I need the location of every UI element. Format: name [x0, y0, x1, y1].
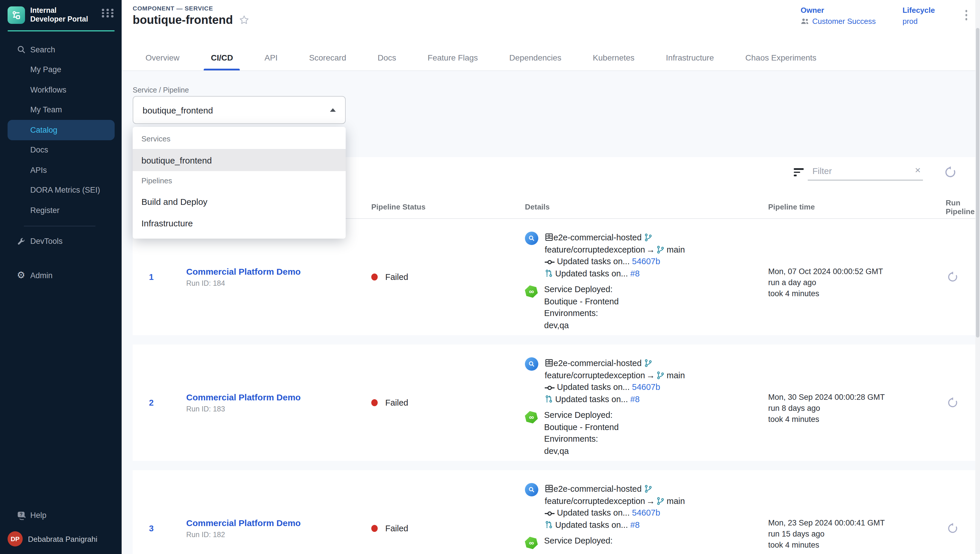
sidebar-item-devtools[interactable]: DevTools: [8, 231, 115, 252]
dropdown-option-pipeline[interactable]: Build and Deploy: [133, 191, 346, 212]
brand: Internal Developer Portal: [0, 0, 122, 29]
table-row: 3 Commercial Platform Demo Run ID: 182 F…: [133, 470, 980, 554]
deploy-line: Boutique - Frontend: [544, 421, 619, 433]
arrow-right-icon: →: [645, 370, 656, 380]
service-pipeline-label: Service / Pipeline: [133, 86, 189, 94]
repo-name[interactable]: e2e-commercial-hosted: [554, 233, 641, 242]
commit-link[interactable]: 54607b: [632, 508, 660, 517]
service-pipeline-select[interactable]: boutique_frontend: [133, 96, 346, 124]
tab-feature-flags[interactable]: Feature Flags: [415, 45, 491, 70]
status-text: Failed: [385, 398, 408, 408]
service-pipeline-dropdown: Services boutique_frontend Pipelines Bui…: [133, 127, 346, 239]
run-id: Run ID: 183: [186, 405, 371, 413]
tab-dependencies[interactable]: Dependencies: [496, 45, 574, 70]
run-pipeline-icon[interactable]: [947, 522, 958, 534]
failed-dot-icon: [371, 525, 378, 532]
sidebar-item-label: My Team: [30, 106, 62, 115]
pr-link[interactable]: #8: [630, 520, 640, 529]
scrollbar-thumb[interactable]: [976, 28, 979, 337]
arrow-right-icon: →: [645, 244, 656, 254]
page-scrollbar[interactable]: [975, 0, 980, 554]
ci-stage-icon: [525, 357, 538, 371]
sidebar-item-search[interactable]: Search: [8, 40, 115, 60]
target-branch[interactable]: main: [667, 370, 685, 380]
failed-dot-icon: [371, 399, 378, 406]
sidebar-item-my-team[interactable]: My Team: [8, 100, 115, 120]
sidebar-item-workflows[interactable]: Workflows: [8, 80, 115, 100]
sidebar-item-help[interactable]: ? Help: [8, 505, 115, 525]
target-branch[interactable]: main: [667, 496, 685, 505]
pipeline-ago: run 8 days ago: [768, 403, 946, 414]
sidebar-item-docs[interactable]: Docs: [8, 140, 115, 160]
sidebar-section-divider: [24, 226, 95, 226]
failed-dot-icon: [371, 274, 378, 280]
dropdown-option-service[interactable]: boutique_frontend: [133, 150, 346, 171]
user-name: Debabrata Panigrahi: [28, 535, 97, 543]
pipeline-date: Mon, 07 Oct 2024 00:00:52 GMT: [768, 266, 946, 277]
filter-input[interactable]: [808, 164, 923, 180]
run-id: Run ID: 182: [186, 531, 371, 539]
tab-kubernetes[interactable]: Kubernetes: [580, 45, 647, 70]
sidebar-item-admin[interactable]: ⚙ Admin: [8, 265, 115, 285]
app-viewport: Internal Developer Portal Search My Page…: [0, 0, 980, 554]
deploy-line: Service Deployed:: [544, 283, 619, 295]
favorite-star-icon[interactable]: [239, 14, 250, 25]
tab-infrastructure[interactable]: Infrastructure: [653, 45, 727, 70]
owner-link[interactable]: Customer Success: [812, 17, 876, 25]
branch-icon: [656, 370, 664, 380]
repo-name[interactable]: e2e-commercial-hosted: [554, 358, 641, 368]
tab-cicd[interactable]: CI/CD: [198, 45, 246, 70]
pull-request-icon: [545, 269, 553, 278]
sidebar: Internal Developer Portal Search My Page…: [0, 0, 122, 554]
commit-link[interactable]: 54607b: [632, 256, 660, 266]
sidebar-item-catalog[interactable]: Catalog: [8, 120, 115, 140]
gear-icon: ⚙: [17, 271, 25, 280]
commit-text: Updated tasks on...: [557, 382, 630, 392]
sidebar-item-label: My Page: [30, 65, 61, 74]
pr-text: Updated tasks on...: [555, 520, 628, 529]
repo-icon: [545, 484, 554, 494]
col-run-pipeline: Run Pipeline: [946, 198, 980, 216]
pr-text: Updated tasks on...: [555, 394, 628, 404]
clear-filter-icon[interactable]: ×: [915, 165, 921, 175]
pipeline-link[interactable]: Commercial Platform Demo: [186, 518, 371, 528]
status-text: Failed: [385, 272, 408, 282]
cd-stage-icon: ∞: [523, 284, 539, 299]
kebab-menu-icon[interactable]: [962, 6, 971, 20]
source-branch[interactable]: feature/corruptedexception: [545, 245, 645, 254]
sidebar-item-label: APIs: [30, 166, 47, 175]
pull-request-icon: [545, 520, 553, 529]
deploy-line: Service Deployed:: [544, 535, 612, 547]
sidebar-item-my-page[interactable]: My Page: [8, 60, 115, 80]
tab-overview[interactable]: Overview: [133, 45, 192, 70]
sidebar-item-apis[interactable]: APIs: [8, 160, 115, 180]
refresh-icon[interactable]: [944, 166, 957, 179]
tab-scorecard[interactable]: Scorecard: [296, 45, 359, 70]
cicd-content: Service / Pipeline boutique_frontend Ser…: [122, 71, 980, 554]
avatar: DP: [8, 531, 23, 546]
commit-link[interactable]: 54607b: [632, 382, 660, 392]
run-pipeline-icon[interactable]: [947, 271, 958, 283]
pr-link[interactable]: #8: [630, 269, 640, 278]
sidebar-item-dora-metrics[interactable]: DORA Metrics (SEI): [8, 180, 115, 200]
repo-name[interactable]: e2e-commercial-hosted: [554, 484, 641, 494]
idp-logo-icon: [11, 10, 22, 21]
source-branch[interactable]: feature/corruptedexception: [545, 370, 645, 380]
user-menu[interactable]: DP Debabrata Panigrahi: [0, 525, 122, 554]
repo-icon: [545, 233, 554, 242]
sidebar-item-label: Workflows: [30, 86, 66, 94]
pr-link[interactable]: #8: [630, 394, 640, 404]
pipeline-link[interactable]: Commercial Platform Demo: [186, 392, 371, 402]
apps-grid-icon[interactable]: [102, 6, 115, 17]
status-cell: Failed: [371, 524, 525, 533]
sidebar-item-register[interactable]: Register: [8, 200, 115, 220]
pipeline-link[interactable]: Commercial Platform Demo: [186, 266, 371, 276]
run-pipeline-icon[interactable]: [947, 397, 958, 409]
source-branch[interactable]: feature/corruptedexception: [545, 496, 645, 505]
dropdown-option-pipeline[interactable]: Infrastructure: [133, 212, 346, 234]
tab-docs[interactable]: Docs: [365, 45, 409, 70]
tab-api[interactable]: API: [252, 45, 290, 70]
tab-chaos-experiments[interactable]: Chaos Experiments: [733, 45, 829, 70]
target-branch[interactable]: main: [667, 245, 685, 254]
sidebar-item-label: DevTools: [30, 237, 62, 246]
